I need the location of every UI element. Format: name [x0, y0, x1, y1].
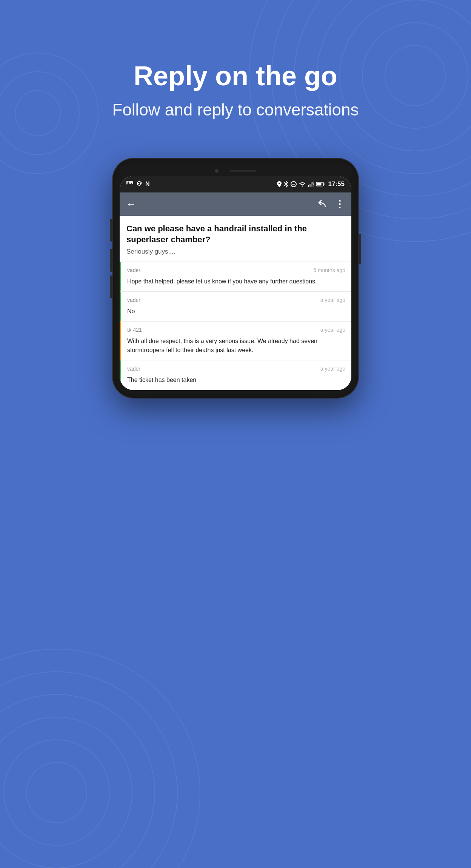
comment-item: vader a year ago No: [120, 292, 351, 322]
comment-meta: vader a year ago: [127, 297, 345, 303]
comment-author: vader: [127, 366, 140, 372]
time-display: 17:55: [328, 180, 345, 188]
undo-button[interactable]: [317, 199, 327, 209]
status-right-icons: 17:55: [277, 180, 345, 188]
back-button[interactable]: ←: [126, 198, 136, 210]
comment-item: vader 6 months ago Hope that helped, ple…: [120, 262, 351, 292]
sub-title: Follow and reply to conversations: [0, 100, 471, 119]
app-bar-right: ⋮: [317, 199, 345, 210]
comment-meta: vader a year ago: [127, 366, 345, 372]
front-camera: [215, 169, 219, 173]
svg-point-12: [0, 649, 200, 868]
main-title: Reply on the go: [0, 60, 471, 91]
comment-author: vader: [127, 297, 140, 303]
phone-shell: N: [113, 159, 358, 398]
svg-point-18: [279, 183, 280, 184]
phone-notch: [120, 166, 351, 176]
n-status-icon: N: [145, 181, 150, 188]
svg-rect-23: [311, 183, 312, 187]
more-options-button[interactable]: ⋮: [335, 199, 345, 210]
app-bar-left: ←: [126, 198, 136, 210]
battery-icon: [316, 182, 325, 186]
comment-body: With all due respect, this is a very ser…: [127, 337, 345, 355]
ticket-title: Can we please have a handrail installed …: [126, 223, 345, 245]
ticket-subtitle: Seriously guys....: [126, 248, 345, 255]
svg-rect-20: [292, 184, 295, 185]
signal-icon: [308, 182, 314, 187]
status-bar: N: [120, 176, 351, 192]
svg-point-9: [0, 717, 132, 868]
comment-time: a year ago: [320, 327, 345, 333]
background-pattern: [0, 0, 471, 868]
header-section: Reply on the go Follow and reply to conv…: [0, 60, 471, 119]
comment-body: The ticket has been taken: [127, 376, 345, 385]
phone-mockup: N: [113, 159, 358, 398]
comment-time: 6 months ago: [313, 267, 345, 273]
refresh-status-icon: [136, 180, 142, 188]
comment-time: a year ago: [320, 366, 345, 372]
app-bar: ← ⋮: [120, 192, 351, 216]
comment-item: vader a year ago The ticket has been tak…: [120, 360, 351, 390]
comment-meta: vader 6 months ago: [127, 267, 345, 273]
dnd-icon: [291, 181, 297, 187]
svg-point-8: [4, 740, 109, 845]
image-status-icon: [126, 181, 133, 188]
comment-time: a year ago: [320, 297, 345, 303]
comments-section: vader 6 months ago Hope that helped, ple…: [120, 262, 351, 390]
wifi-icon: [299, 182, 306, 187]
svg-point-10: [0, 694, 155, 868]
bluetooth-icon: [284, 181, 288, 188]
comment-item: tk-421 a year ago With all due respect, …: [120, 322, 351, 360]
comment-meta: tk-421 a year ago: [127, 327, 345, 333]
svg-rect-28: [317, 183, 321, 186]
content-area: Can we please have a handrail installed …: [120, 216, 351, 390]
svg-rect-27: [323, 183, 324, 185]
speaker: [230, 170, 256, 172]
svg-point-7: [26, 762, 87, 823]
svg-rect-22: [309, 184, 311, 187]
comment-body: Hope that helped, please let us know if …: [127, 277, 345, 286]
svg-point-11: [0, 672, 177, 868]
location-icon: [277, 181, 282, 187]
phone-screen: N: [120, 176, 351, 390]
status-left-icons: N: [126, 180, 150, 188]
ticket-header: Can we please have a handrail installed …: [120, 216, 351, 262]
comment-author: vader: [127, 267, 140, 273]
comment-author: tk-421: [127, 327, 142, 333]
comment-body: No: [127, 307, 345, 316]
svg-rect-21: [308, 185, 309, 187]
